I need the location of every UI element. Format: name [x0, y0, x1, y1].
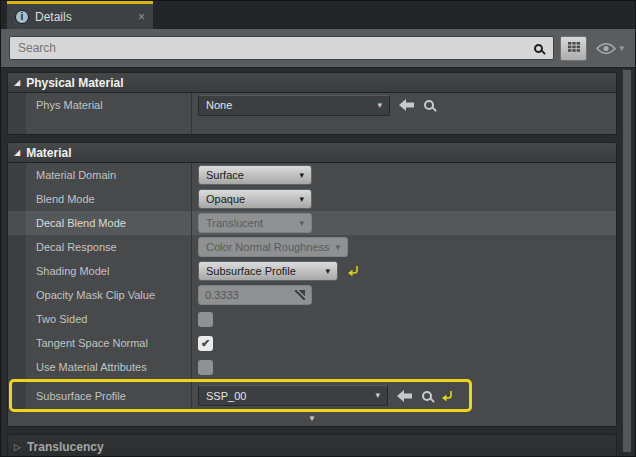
row-decal-blend-mode: Decal Blend Mode Translucent ▾ [8, 211, 616, 235]
subsurface-profile-combo[interactable]: SSP_00 ▾ [198, 385, 388, 406]
property-label: Subsurface Profile [26, 379, 192, 412]
browse-asset-button[interactable] [422, 391, 432, 401]
dropdown-value: Subsurface Profile [206, 265, 296, 277]
vertical-scrollbar[interactable] [622, 69, 632, 453]
section-physical-material: ◢ Physical Material Phys Material None ▾ [7, 72, 617, 135]
row-two-sided: Two Sided [8, 307, 616, 331]
row-decal-response: Decal Response Color Normal Roughness ▾ [8, 235, 616, 259]
decal-blend-mode-dropdown: Translucent ▾ [198, 213, 312, 233]
section-body: Phys Material None ▾ [7, 93, 617, 135]
property-value: 0.3333 [192, 283, 616, 307]
property-matrix-button[interactable] [560, 36, 587, 61]
reset-to-default-button[interactable] [441, 390, 453, 402]
shading-model-dropdown[interactable]: Subsurface Profile ▾ [198, 261, 338, 281]
toolbar: ▾ [1, 29, 635, 68]
property-value: None ▾ [192, 93, 616, 117]
row-indent [8, 93, 26, 117]
number-value: 0.3333 [205, 289, 239, 301]
chevron-down-icon: ▾ [375, 391, 380, 400]
chevron-down-icon: ▾ [299, 195, 304, 204]
magnifier-icon [422, 391, 432, 401]
search-input[interactable] [10, 41, 553, 55]
property-label: Blend Mode [26, 187, 192, 211]
chevron-down-icon: ▾ [299, 219, 304, 228]
row-indent [8, 163, 26, 187]
eye-icon [596, 42, 616, 55]
advanced-expander-icon: ▼ [308, 415, 316, 423]
combo-value: None [206, 99, 232, 111]
section-title: Material [26, 146, 71, 160]
row-indent [8, 307, 26, 331]
property-value: Color Normal Roughness ▾ [192, 235, 616, 259]
material-domain-dropdown[interactable]: Surface ▾ [198, 165, 312, 185]
section-title: Translucency [27, 440, 104, 454]
section-header-material[interactable]: ◢ Material [7, 142, 617, 163]
reset-to-default-button[interactable] [347, 265, 359, 277]
tab-title: Details [35, 10, 132, 24]
property-label: Phys Material [26, 93, 192, 117]
dropdown-value: Translucent [206, 217, 263, 229]
row-indent [8, 211, 26, 235]
row-subsurface-profile: Subsurface Profile SSP_00 ▾ [8, 379, 616, 412]
arrow-left-icon [397, 390, 413, 402]
use-selected-asset-button[interactable] [397, 390, 413, 402]
property-label: Shading Model [26, 259, 192, 283]
browse-asset-button[interactable] [424, 100, 434, 110]
row-blend-mode: Blend Mode Opaque ▾ [8, 187, 616, 211]
row-indent [8, 235, 26, 259]
chevron-down-icon: ▾ [299, 171, 304, 180]
row-tangent-space-normal: Tangent Space Normal ✔ [8, 331, 616, 355]
property-value: ✔ [192, 331, 616, 355]
view-options-button[interactable]: ▾ [593, 42, 627, 55]
opacity-mask-clip-value-input: 0.3333 [198, 285, 312, 305]
use-selected-asset-button[interactable] [399, 99, 415, 111]
expander-icon: ▷ [14, 443, 21, 452]
dropdown-value: Opaque [206, 193, 245, 205]
search-icon [534, 44, 543, 53]
two-sided-checkbox[interactable] [198, 312, 213, 327]
property-value [192, 355, 616, 379]
row-indent [8, 117, 26, 134]
property-label: Material Domain [26, 163, 192, 187]
decal-response-dropdown: Color Normal Roughness ▾ [198, 237, 348, 257]
property-value: Subsurface Profile ▾ [192, 259, 616, 283]
row-indent [8, 259, 26, 283]
row-shading-model: Shading Model Subsurface Profile ▾ [8, 259, 616, 283]
property-value: Opaque ▾ [192, 187, 616, 211]
expander-icon: ◢ [14, 149, 20, 157]
blend-mode-dropdown[interactable]: Opaque ▾ [198, 189, 312, 209]
details-info-icon: i [15, 10, 29, 24]
reset-icon [441, 390, 453, 402]
details-content: ◢ Physical Material Phys Material None ▾ [1, 69, 635, 456]
close-icon[interactable]: × [138, 11, 145, 23]
details-panel: i Details × ▾ [0, 0, 636, 457]
section-translucency: ▷ Translucency [7, 434, 617, 457]
search-box [9, 36, 554, 60]
reset-icon [347, 265, 359, 277]
section-header-translucency[interactable]: ▷ Translucency [7, 434, 617, 457]
tangent-space-normal-checkbox[interactable]: ✔ [198, 336, 213, 351]
section-body: Material Domain Surface ▾ Blend Mode Opa… [7, 163, 617, 427]
tab-details[interactable]: i Details × [7, 1, 153, 29]
advanced-expander[interactable]: ▼ [8, 412, 616, 426]
section-material: ◢ Material Material Domain Surface ▾ [7, 142, 617, 427]
combo-value: SSP_00 [206, 390, 246, 402]
dropdown-value: Color Normal Roughness [206, 241, 330, 253]
check-icon: ✔ [201, 337, 210, 350]
chevron-down-icon: ▾ [325, 267, 330, 276]
grid-view-icon [567, 41, 581, 55]
section-padding [8, 117, 616, 134]
section-header-physical-material[interactable]: ◢ Physical Material [7, 72, 617, 93]
magnifier-icon [424, 100, 434, 110]
row-indent [8, 355, 26, 379]
use-material-attributes-checkbox[interactable] [198, 360, 213, 375]
row-phys-material: Phys Material None ▾ [8, 93, 616, 117]
dropdown-value: Surface [206, 169, 244, 181]
property-label: Two Sided [26, 307, 192, 331]
property-label: Decal Response [26, 235, 192, 259]
property-value: SSP_00 ▾ [192, 379, 616, 412]
phys-material-combo[interactable]: None ▾ [198, 95, 390, 116]
property-value: Translucent ▾ [192, 211, 616, 235]
property-label: Tangent Space Normal [26, 331, 192, 355]
property-value [192, 307, 616, 331]
